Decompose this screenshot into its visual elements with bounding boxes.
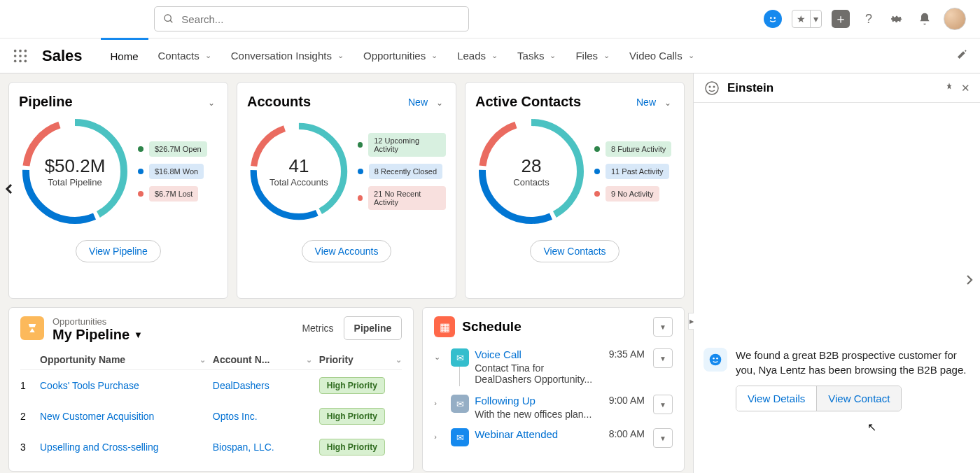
expand-toggle[interactable]: › (434, 395, 445, 420)
edit-nav-icon[interactable] (956, 49, 967, 63)
nav-tab-opportunities[interactable]: Opportunities⌄ (354, 38, 447, 73)
legend-item[interactable]: $6.7M Lost (138, 186, 207, 202)
global-create-button[interactable]: ＋ (832, 10, 850, 28)
legend-item[interactable]: 21 No Recent Activity (358, 186, 446, 210)
nav-tab-files[interactable]: Files⌄ (566, 38, 620, 73)
activity-menu-button[interactable]: ▼ (653, 395, 673, 414)
tab-pipeline[interactable]: Pipeline (344, 316, 402, 340)
legend-item[interactable]: 11 Past Activity (594, 164, 671, 179)
activity-menu-button[interactable]: ▼ (653, 348, 673, 368)
svg-point-4 (14, 49, 17, 52)
nav-tab-home[interactable]: Home (101, 38, 148, 73)
einstein-next-button[interactable] (963, 271, 976, 292)
pipeline-card: Pipeline⌄$50.2MTotal Pipeline$26.7M Open… (8, 82, 228, 299)
chevron-down-icon[interactable]: ⌄ (433, 95, 446, 111)
chevron-down-icon[interactable]: ⌄ (688, 51, 694, 60)
carousel-prev-button[interactable] (0, 178, 20, 199)
opportunity-link[interactable]: Cooks' Tools Purchase (40, 380, 139, 391)
legend-item[interactable]: $26.7M Open (138, 141, 207, 157)
activity-link[interactable]: Voice Call (475, 348, 522, 360)
expand-toggle[interactable]: › (434, 428, 445, 448)
chevron-down-icon[interactable]: ⌄ (662, 95, 674, 111)
view-contacts-button[interactable]: View Contacts (530, 240, 619, 262)
account-link[interactable]: Optos Inc. (213, 411, 258, 422)
nav-tab-video-calls[interactable]: Video Calls⌄ (620, 38, 704, 73)
tab-metrics[interactable]: Metrics (292, 317, 343, 339)
nav-tab-leads[interactable]: Leads⌄ (447, 38, 507, 73)
chevron-down-icon: ▾ (810, 10, 821, 27)
svg-point-0 (164, 15, 171, 21)
legend-item[interactable]: 8 Future Activity (594, 141, 671, 157)
pin-icon[interactable] (944, 82, 954, 94)
view-accounts-button[interactable]: View Accounts (302, 240, 392, 262)
view-contact-button[interactable]: View Contact (816, 386, 901, 411)
svg-point-23 (709, 85, 711, 87)
legend-label: 21 No Recent Activity (368, 186, 446, 210)
favorites-menu[interactable]: ★▾ (792, 10, 822, 28)
panel-collapse-toggle[interactable]: ▶ (688, 313, 694, 330)
legend-item[interactable]: 12 Upcoming Activity (358, 133, 446, 157)
help-icon[interactable]: ? (860, 10, 878, 28)
legend-item[interactable]: 8 Recently Closed (358, 164, 446, 179)
star-icon: ★ (792, 13, 810, 24)
svg-point-3 (774, 17, 776, 19)
einstein-icon[interactable] (764, 10, 782, 28)
nav-tab-conversation-insights[interactable]: Conversation Insights⌄ (221, 38, 354, 73)
activity-link[interactable]: Webinar Attended (475, 428, 558, 440)
account-link[interactable]: DealDashers (213, 380, 270, 391)
legend-dot-icon (594, 146, 600, 152)
account-link[interactable]: Biospan, LLC. (213, 442, 274, 453)
legend-item[interactable]: $16.8M Won (138, 164, 207, 179)
new-button[interactable]: New (408, 97, 428, 108)
view-details-button[interactable]: View Details (736, 386, 816, 411)
chevron-down-icon: ▼ (134, 330, 143, 340)
close-icon[interactable]: ✕ (961, 82, 970, 94)
setup-gear-icon[interactable] (888, 10, 906, 28)
activity-menu-button[interactable]: ▼ (653, 428, 673, 448)
svg-point-26 (713, 358, 715, 359)
donut-chart: 41Total Accounts (247, 115, 351, 227)
opportunities-title[interactable]: My Pipeline▼ (52, 327, 143, 343)
legend-dot-icon (594, 191, 600, 197)
expand-toggle[interactable]: ⌄ (434, 348, 445, 386)
svg-point-8 (19, 55, 22, 57)
app-launcher-icon[interactable] (13, 48, 28, 64)
nav-tab-contacts[interactable]: Contacts⌄ (148, 38, 221, 73)
schedule-title: Schedule (462, 319, 521, 334)
priority-badge: High Priority (319, 377, 385, 394)
notifications-bell-icon[interactable] (916, 10, 934, 28)
global-search[interactable] (154, 6, 469, 31)
nav-tab-tasks[interactable]: Tasks⌄ (507, 38, 566, 73)
chevron-down-icon[interactable]: ⌄ (396, 355, 402, 365)
chevron-down-icon[interactable]: ⌄ (431, 51, 438, 60)
opportunity-link[interactable]: New Customer Acquisition (40, 411, 154, 422)
search-icon (163, 13, 174, 24)
chevron-down-icon[interactable]: ⌄ (337, 51, 344, 60)
activity-type-icon: ✉ (451, 395, 469, 413)
view-pipeline-button[interactable]: View Pipeline (76, 240, 161, 262)
user-avatar[interactable] (944, 8, 966, 30)
card-title: Accounts (247, 94, 311, 110)
chevron-down-icon[interactable]: ⌄ (205, 95, 218, 111)
chevron-down-icon[interactable]: ⌄ (491, 51, 498, 60)
chevron-down-icon[interactable]: ⌄ (205, 51, 211, 60)
einstein-title: Einstein (727, 81, 937, 95)
activity-description: With the new offices plan... (475, 409, 603, 420)
chevron-down-icon[interactable]: ⌄ (306, 355, 312, 365)
legend-label: 9 No Activity (606, 186, 659, 202)
chevron-down-icon[interactable]: ⌄ (550, 51, 556, 60)
new-button[interactable]: New (636, 97, 656, 108)
chevron-down-icon[interactable]: ⌄ (603, 51, 610, 60)
donut-chart: $50.2MTotal Pipeline (19, 115, 131, 227)
opportunity-link[interactable]: Upselling and Cross-selling (40, 442, 159, 453)
activity-link[interactable]: Following Up (475, 395, 536, 407)
search-input[interactable] (181, 13, 460, 25)
opportunities-table-header: Opportunity Name⌄ Account N...⌄ Priority… (20, 350, 402, 370)
donut-value: 28 (522, 155, 542, 177)
legend-item[interactable]: 9 No Activity (594, 186, 671, 202)
schedule-menu-button[interactable]: ▼ (653, 317, 673, 337)
opportunities-card: Opportunities My Pipeline▼ Metrics Pipel… (8, 307, 414, 472)
chevron-down-icon[interactable]: ⌄ (200, 355, 206, 365)
svg-point-11 (19, 59, 22, 62)
svg-point-6 (24, 49, 27, 52)
